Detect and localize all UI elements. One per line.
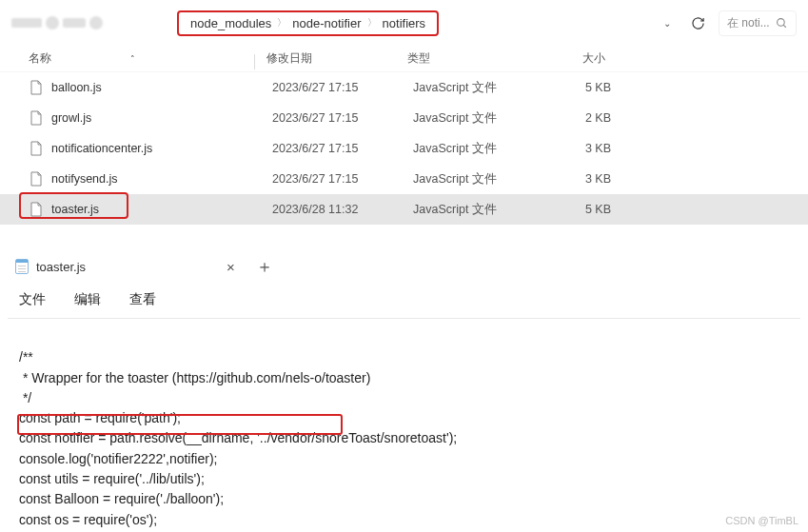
table-row[interactable]: growl.js 2023/6/27 17:15 JavaScript 文件 2… [0,103,808,133]
table-row[interactable]: balloon.js 2023/6/27 17:15 JavaScript 文件… [0,72,808,103]
code-line: const utils = require('../lib/utils'); [19,471,205,486]
code-line: const Balloon = require('./balloon'); [19,491,224,506]
code-line: */ [19,390,31,405]
file-name: balloon.js [51,81,272,94]
table-row[interactable]: notifysend.js 2023/6/27 17:15 JavaScript… [0,164,808,194]
notepad-icon [15,259,29,274]
file-name: notificationcenter.js [51,142,272,155]
menu-edit[interactable]: 编辑 [74,291,101,308]
code-line: const notifier = path.resolve(__dirname,… [19,430,457,445]
editor-menu: 文件 编辑 查看 [0,286,808,318]
column-type[interactable]: 类型 [407,50,548,67]
file-size: 2 KB [554,111,611,125]
breadcrumb[interactable]: node_modules 〉 node-notifier 〉 notifiers [177,10,439,36]
file-type: JavaScript 文件 [413,202,554,218]
close-icon[interactable]: × [227,259,235,275]
column-size[interactable]: 大小 [548,50,605,67]
breadcrumb-seg[interactable]: notifiers [383,16,426,30]
file-icon [29,202,44,217]
column-headers: 名称 ˄ 修改日期 类型 大小 [0,46,808,72]
file-size: 3 KB [554,172,611,186]
svg-line-1 [783,25,786,28]
file-icon [29,141,44,156]
search-icon [776,17,788,30]
search-placeholder: 在 noti... [727,15,770,31]
table-row[interactable]: notificationcenter.js 2023/6/27 17:15 Ja… [0,133,808,164]
code-area[interactable]: /** * Wrapper for the toaster (https://g… [0,325,808,532]
file-type: JavaScript 文件 [413,171,554,187]
file-icon [29,80,44,95]
tab-label: toaster.js [36,260,86,274]
file-list: balloon.js 2023/6/27 17:15 JavaScript 文件… [0,72,808,225]
tab-toaster[interactable]: toaster.js × [15,259,235,275]
file-date: 2023/6/27 17:15 [272,172,413,186]
code-line: const os = require('os'); [19,512,157,527]
refresh-icon[interactable] [690,15,705,30]
column-name[interactable]: 名称 ˄ [29,50,266,67]
file-type: JavaScript 文件 [413,110,554,127]
file-icon [29,171,44,187]
file-date: 2023/6/27 17:15 [272,81,413,94]
file-type: JavaScript 文件 [413,80,554,96]
svg-point-0 [777,18,784,26]
file-size: 5 KB [554,203,611,216]
menu-view[interactable]: 查看 [129,291,156,308]
chevron-right-icon: 〉 [367,16,377,30]
sort-caret-icon: ˄ [130,54,135,64]
code-line: const path = require('path'); [19,410,181,425]
new-tab-button[interactable]: ＋ [252,251,277,282]
file-name: growl.js [51,111,272,125]
file-date: 2023/6/28 11:32 [272,203,413,216]
file-name: toaster.js [51,203,272,216]
menu-file[interactable]: 文件 [19,291,46,308]
table-row[interactable]: toaster.js 2023/6/28 11:32 JavaScript 文件… [0,194,808,225]
breadcrumb-seg[interactable]: node_modules [190,16,271,30]
file-size: 3 KB [554,142,611,155]
file-type: JavaScript 文件 [413,141,554,157]
explorer-toolbar: node_modules 〉 node-notifier 〉 notifiers… [0,0,808,46]
file-icon [29,110,44,126]
file-size: 5 KB [554,81,611,94]
code-line: console.log('notifier2222',notifier); [19,451,217,466]
column-date[interactable]: 修改日期 [266,50,407,67]
code-line: /** [19,349,33,365]
file-name: notifysend.js [51,172,272,186]
file-date: 2023/6/27 17:15 [272,142,413,155]
chevron-down-icon[interactable]: ⌄ [658,12,677,34]
search-input[interactable]: 在 noti... [719,10,797,36]
nav-buttons-blurred [11,9,154,37]
breadcrumb-seg[interactable]: node-notifier [292,16,361,30]
editor-window: toaster.js × ＋ 文件 编辑 查看 /** * Wrapper fo… [0,247,808,532]
code-line: * Wrapper for the toaster (https://githu… [19,370,370,385]
file-date: 2023/6/27 17:15 [272,111,413,125]
watermark: CSDN @TimBL [725,515,798,526]
editor-tabbar: toaster.js × ＋ [0,247,808,286]
chevron-right-icon: 〉 [277,16,286,30]
